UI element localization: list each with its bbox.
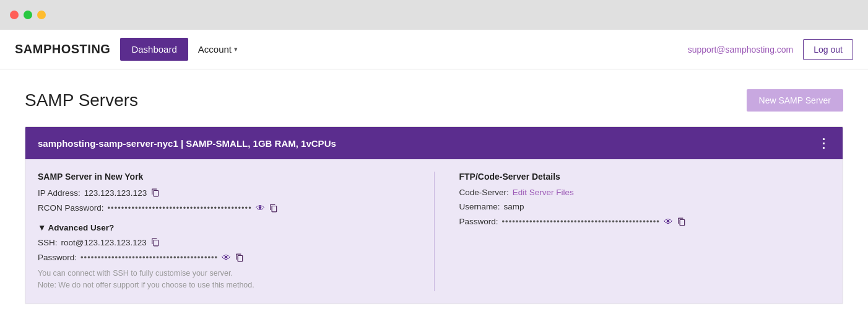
server-card-header: samphosting-samp-server-nyc1 | SAMP-SMAL… [25,127,843,159]
close-button[interactable] [10,11,19,19]
main-content: SAMP Servers New SAMP Server samphosting… [0,69,868,329]
ip-row: IP Address: 123.123.123.123 [38,188,409,198]
rcon-dots: ••••••••••••••••••••••••••••••••••••••••… [108,203,252,213]
nav-dashboard[interactable]: Dashboard [120,38,188,61]
ssh-password-label: Password: [38,253,77,262]
ftp-eye-icon[interactable]: 👁 [664,216,673,227]
ssh-value: root@123.123.123.123 [61,238,147,247]
advanced-section: ▼ Advanced User? SSH: root@123.123.123.1… [38,223,409,291]
rcon-label: RCON Password: [38,203,104,213]
ssh-eye-icon[interactable]: 👁 [222,252,231,263]
ssh-password-dots: •••••••••••••••••••••••••••••••••••••••• [80,253,218,262]
ftp-password-dots: ••••••••••••••••••••••••••••••••••••••••… [502,217,660,226]
copy-ip-icon[interactable] [150,188,160,198]
server-left-panel: SAMP Server in New York IP Address: 123.… [38,172,434,291]
username-value: samp [504,202,524,211]
copy-rcon-icon[interactable] [269,203,279,213]
copy-ftp-password-icon[interactable] [677,217,687,227]
advanced-toggle[interactable]: ▼ Advanced User? [38,223,409,232]
rcon-eye-icon[interactable]: 👁 [256,203,265,213]
server-body: SAMP Server in New York IP Address: 123.… [25,159,843,304]
ip-label: IP Address: [38,188,80,198]
titlebar [0,0,868,30]
support-email-link[interactable]: support@samphosting.com [688,45,794,55]
left-section-title: SAMP Server in New York [38,172,409,182]
copy-ssh-icon[interactable] [150,237,160,247]
page-header: SAMP Servers New SAMP Server [25,89,843,112]
nav-account-label: Account [198,44,232,55]
ftp-password-label: Password: [459,217,498,226]
server-right-panel: FTP/Code-Server Details Code-Server: Edi… [434,172,831,291]
ssh-label: SSH: [38,238,58,247]
ip-value: 123.123.123.123 [84,188,147,198]
nav-account[interactable]: Account ▾ [191,38,245,61]
right-section-title: FTP/Code-Server Details [459,172,831,182]
server-header-title: samphosting-samp-server-nyc1 | SAMP-SMAL… [38,138,336,149]
code-server-label: Code-Server: [459,188,509,197]
ssh-password-row: Password: ••••••••••••••••••••••••••••••… [38,252,409,263]
ssh-note: You can connect with SSH to fully custom… [38,268,409,291]
server-menu-icon[interactable]: ⋮ [817,136,830,151]
username-row: Username: samp [459,202,831,211]
brand-logo: SAMPHOSTING [15,42,110,56]
logout-button[interactable]: Log out [803,39,853,60]
server-card: samphosting-samp-server-nyc1 | SAMP-SMAL… [25,126,843,304]
code-server-row: Code-Server: Edit Server Files [459,188,831,197]
minimize-button[interactable] [24,11,32,19]
edit-server-files-link[interactable]: Edit Server Files [513,188,574,197]
rcon-row: RCON Password: •••••••••••••••••••••••••… [38,203,409,213]
ssh-row: SSH: root@123.123.123.123 [38,237,409,247]
maximize-button[interactable] [37,11,46,19]
username-label: Username: [459,202,500,211]
copy-ssh-password-icon[interactable] [235,253,245,263]
ftp-password-row: Password: ••••••••••••••••••••••••••••••… [459,216,831,227]
chevron-down-icon: ▾ [234,45,238,53]
navbar: SAMPHOSTING Dashboard Account ▾ support@… [0,30,868,69]
new-samp-server-button[interactable]: New SAMP Server [747,89,843,112]
page-title: SAMP Servers [25,90,138,110]
